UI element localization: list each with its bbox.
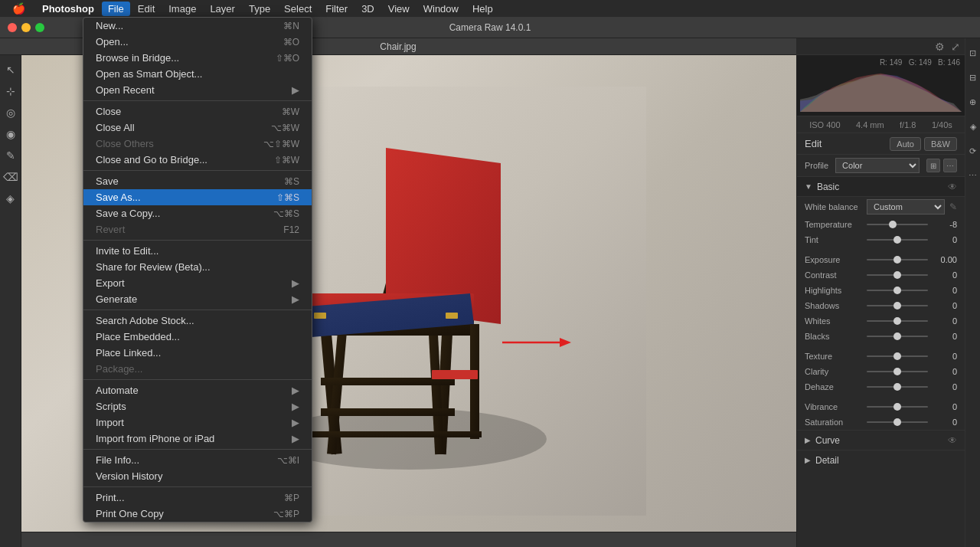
menu-item-save-copy[interactable]: Save a Copy... ⌥⌘S (83, 205, 312, 221)
crop-tool[interactable]: ⊹ (2, 83, 19, 100)
app-name[interactable]: Photoshop (36, 2, 100, 16)
menu-item-close-bridge[interactable]: Close and Go to Bridge... ⇧⌘W (83, 152, 312, 168)
filter-menu[interactable]: Filter (319, 2, 354, 16)
maximize-button[interactable] (35, 23, 44, 32)
menu-item-automate[interactable]: Automate ▶ (83, 382, 312, 398)
menu-item-save-shortcut: ⌘S (284, 176, 299, 187)
temperature-slider[interactable] (867, 219, 928, 230)
view-menu[interactable]: View (382, 2, 416, 16)
saturation-slider[interactable] (867, 417, 928, 427)
shadows-slider[interactable] (867, 300, 928, 311)
menu-item-import-iphone[interactable]: Import from iPhone or iPad ▶ (83, 431, 312, 447)
color-tool[interactable]: ◈ (2, 190, 19, 207)
menu-item-version-history[interactable]: Version History (83, 468, 312, 484)
contrast-row: Contrast 0 (797, 267, 965, 283)
dehaze-slider[interactable] (867, 382, 928, 392)
auto-button[interactable]: Auto (890, 137, 921, 151)
file-menu[interactable]: File (102, 2, 130, 16)
menu-item-generate-label: Generate (96, 293, 137, 305)
layer-menu[interactable]: Layer (204, 2, 241, 16)
type-menu[interactable]: Type (243, 2, 276, 16)
menu-item-place-linked[interactable]: Place Linked... (83, 345, 312, 361)
menu-item-open[interactable]: Open... ⌘O (83, 34, 312, 50)
menu-item-save-copy-shortcut: ⌥⌘S (273, 208, 299, 219)
menu-item-save[interactable]: Save ⌘S (83, 173, 312, 189)
profile-more-icon[interactable]: ⋯ (943, 159, 957, 172)
menu-item-print-one[interactable]: Print One Copy ⌥⌘P (83, 506, 312, 522)
highlights-slider[interactable] (867, 285, 928, 296)
expand-icon[interactable]: ⤢ (951, 41, 960, 53)
3d-menu[interactable]: 3D (355, 2, 381, 16)
apple-menu[interactable]: 🍎 (6, 1, 31, 16)
help-menu[interactable]: Help (466, 2, 499, 16)
menu-item-adobe-stock[interactable]: Search Adobe Stock... (83, 313, 312, 329)
curve-section-header[interactable]: ▶ Curve 👁 (797, 430, 965, 450)
texture-row: Texture 0 (797, 349, 965, 364)
select-menu[interactable]: Select (278, 2, 318, 16)
menu-item-invite[interactable]: Invite to Edit... (83, 243, 312, 259)
close-button[interactable] (8, 23, 17, 32)
edit-menu[interactable]: Edit (132, 2, 161, 16)
basic-visibility-icon[interactable]: 👁 (948, 182, 957, 192)
menu-item-scripts[interactable]: Scripts ▶ (83, 398, 312, 414)
menu-item-save-as[interactable]: Save As... ⇧⌘S (83, 189, 312, 205)
right-panel-icon-6[interactable]: ⋯ (965, 167, 981, 184)
dehaze-label: Dehaze (805, 382, 862, 391)
brush-tool[interactable]: ✎ (2, 147, 19, 164)
contrast-label: Contrast (805, 270, 862, 280)
whites-slider[interactable] (867, 316, 928, 326)
window-menu[interactable]: Window (417, 2, 465, 16)
exposure-slider[interactable] (867, 254, 928, 265)
left-toolbar: ↖ ⊹ ◎ ◉ ✎ ⌫ ◈ (0, 55, 21, 547)
curve-chevron: ▶ (805, 436, 811, 444)
vibrance-slider[interactable] (867, 401, 928, 412)
basic-section-left: ▼ Basic (805, 182, 839, 192)
bw-button[interactable]: B&W (924, 137, 957, 151)
vibrance-row: Vibrance 0 (797, 399, 965, 414)
menu-item-generate[interactable]: Generate ▶ (83, 291, 312, 307)
contrast-slider[interactable] (867, 270, 928, 280)
detail-section-left: ▶ Detail (805, 455, 839, 466)
wb-select[interactable]: Custom (867, 199, 945, 215)
menu-item-print[interactable]: Print... ⌘P (83, 490, 312, 506)
red-eye-tool[interactable]: ◉ (2, 126, 19, 142)
move-tool[interactable]: ↖ (2, 61, 19, 78)
detail-section-header[interactable]: ▶ Detail (797, 450, 965, 470)
menu-item-import[interactable]: Import ▶ (83, 414, 312, 431)
far-right-icons: ⊡ ⊟ ⊕ ◈ ⟳ ⋯ (965, 38, 980, 547)
menu-item-close-others-label: Close Others (96, 138, 154, 149)
menu-item-share-review[interactable]: Share for Review (Beta)... (83, 259, 312, 275)
temperature-value: -8 (933, 220, 957, 229)
menu-item-new-shortcut: ⌘N (283, 21, 299, 31)
menu-item-close[interactable]: Close ⌘W (83, 103, 312, 120)
settings-icon[interactable]: ⚙ (935, 41, 945, 53)
menu-item-close-all[interactable]: Close All ⌥⌘W (83, 120, 312, 136)
wb-edit-icon[interactable]: ✎ (949, 201, 957, 212)
right-panel-icon-3[interactable]: ⊕ (965, 93, 981, 110)
right-panel-icon-1[interactable]: ⊡ (965, 44, 981, 61)
menu-item-export[interactable]: Export ▶ (83, 275, 312, 291)
curve-visibility-icon[interactable]: 👁 (948, 435, 957, 446)
profile-select[interactable]: Color (835, 158, 920, 173)
menu-item-file-info[interactable]: File Info... ⌥⌘I (83, 452, 312, 468)
basic-section-header[interactable]: ▼ Basic 👁 (797, 177, 965, 197)
texture-slider[interactable] (867, 351, 928, 362)
r-label: R: (880, 58, 887, 67)
clarity-slider[interactable] (867, 366, 928, 377)
minimize-button[interactable] (21, 23, 31, 32)
menu-item-recent[interactable]: Open Recent ▶ (83, 82, 312, 98)
menu-item-new[interactable]: New... ⌘N (83, 18, 312, 34)
right-panel-icon-2[interactable]: ⊟ (965, 69, 981, 86)
tint-slider[interactable] (867, 234, 928, 245)
image-menu[interactable]: Image (162, 2, 202, 16)
eraser-tool[interactable]: ⌫ (2, 169, 19, 185)
menu-item-place-embedded[interactable]: Place Embedded... (83, 329, 312, 345)
profile-grid-icon[interactable]: ⊞ (926, 159, 940, 172)
menu-item-smart[interactable]: Open as Smart Object... (83, 66, 312, 82)
menu-item-browse[interactable]: Browse in Bridge... ⇧⌘O (83, 50, 312, 66)
blacks-slider[interactable] (867, 331, 928, 342)
heal-tool[interactable]: ◎ (2, 104, 19, 121)
app-title: Camera Raw 14.0.1 (449, 22, 531, 33)
right-panel-icon-4[interactable]: ◈ (965, 118, 981, 135)
right-panel-icon-5[interactable]: ⟳ (965, 142, 981, 159)
